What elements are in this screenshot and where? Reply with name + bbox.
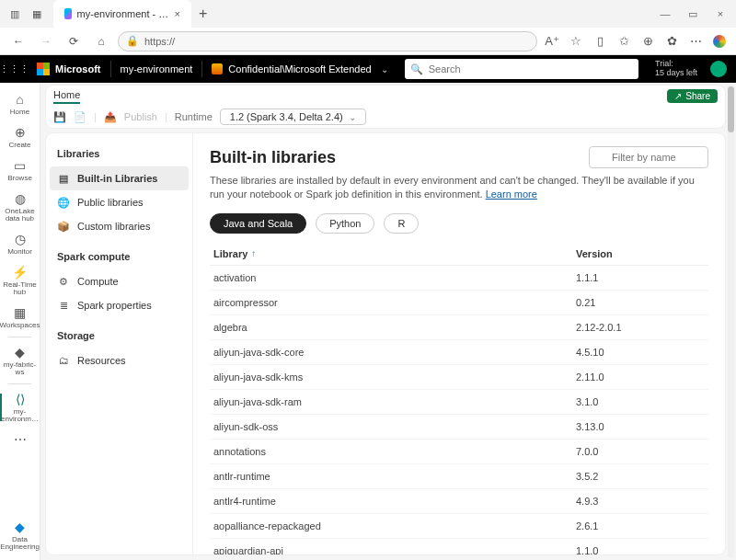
left-rail: ⌂Home ⊕Create ▭Browse ◍OneLake data hub … (0, 83, 40, 560)
nav-home[interactable]: ⌂ (90, 30, 112, 52)
table-row[interactable]: aliyun-java-sdk-ram3.1.0 (210, 390, 708, 415)
rail-my-environment[interactable]: ⟨⟩my-environm… (0, 388, 40, 427)
rail-persona[interactable]: ◆Data Engineering (0, 516, 40, 554)
cell-version: 1.1.0 (576, 545, 705, 554)
workspace-item-icon: ◆ (13, 345, 28, 360)
runtime-selector[interactable]: 1.2 (Spark 3.4, Delta 2.4) ⌄ (220, 109, 366, 125)
pill-python[interactable]: Python (316, 213, 374, 234)
microsoft-logo[interactable]: Microsoft (28, 63, 110, 75)
rail-my-fabric-ws[interactable]: ◆my-fabric-ws (0, 341, 40, 380)
more-icon[interactable]: ⋯ (686, 32, 705, 51)
chevron-down-icon: ⌄ (381, 64, 388, 74)
table-row[interactable]: apiguardian-api1.1.0 (210, 539, 708, 554)
cell-version: 3.13.0 (576, 421, 705, 432)
table-row[interactable]: activation1.1.1 (210, 266, 708, 291)
save-as-icon[interactable]: 📄 (74, 111, 86, 123)
learn-more-link[interactable]: Learn more (486, 189, 537, 200)
rail-realtime[interactable]: ⚡Real-Time hub (0, 261, 40, 300)
share-button[interactable]: ↗Share (667, 89, 718, 103)
microsoft-label: Microsoft (55, 63, 101, 74)
nav-spark-properties[interactable]: ≣Spark properties (50, 293, 189, 317)
tab-actions-icon[interactable]: ▥ (7, 6, 22, 21)
table-row[interactable]: aircompressor0.21 (210, 291, 708, 315)
resources-icon: 🗂 (57, 354, 70, 367)
nav-back[interactable]: ← (7, 30, 29, 52)
tab-title: my-environment - Synapse Data (77, 8, 169, 19)
pill-java-scala[interactable]: Java and Scala (210, 213, 306, 234)
save-icon: 💾 (53, 111, 66, 123)
table-row[interactable]: aliyun-sdk-oss3.13.0 (210, 415, 708, 440)
data-engineering-icon: ◆ (13, 520, 28, 534)
cell-version: 7.0.0 (576, 446, 705, 457)
url-box[interactable]: 🔒 https:// (118, 31, 537, 51)
window-maximize[interactable]: ▭ (681, 2, 705, 26)
global-search[interactable]: 🔍 (405, 59, 638, 79)
sensitivity-picker[interactable]: Confidential\Microsoft Extended ⌄ (202, 63, 397, 74)
url-text: https:// (144, 36, 175, 47)
table-row[interactable]: annotations7.0.0 (210, 440, 708, 464)
read-aloud-icon[interactable]: A⁺ (543, 32, 561, 51)
rail-monitor[interactable]: ◷Monitor (0, 228, 40, 259)
nav-custom-libraries[interactable]: 📦Custom libraries (50, 214, 189, 238)
table-row[interactable]: antlr-runtime3.5.2 (210, 464, 708, 489)
nav-refresh[interactable]: ⟳ (63, 30, 85, 52)
group-storage: Storage (50, 325, 189, 349)
plus-circle-icon: ⊕ (13, 125, 28, 140)
nav-compute[interactable]: ⚙Compute (50, 269, 189, 293)
nav-resources[interactable]: 🗂Resources (50, 349, 189, 372)
workspaces-icon: ▦ (13, 305, 28, 320)
col-header-version[interactable]: Version (576, 248, 705, 259)
settings-sidebar: Libraries ▤Built-in Libraries 🌐Public li… (46, 133, 193, 554)
split-screen-icon[interactable]: ▯ (591, 32, 609, 51)
favorite-icon[interactable]: ☆ (567, 32, 585, 51)
new-tab-button[interactable]: + (191, 6, 214, 22)
favorites-bar-icon[interactable]: ✩ (615, 32, 633, 51)
shield-icon (212, 63, 223, 74)
collections-icon[interactable]: ⊕ (638, 32, 657, 51)
window-close[interactable]: × (708, 2, 732, 26)
rail-more[interactable]: ⋯ (0, 429, 40, 452)
data-hub-icon: ◍ (13, 191, 28, 206)
rail-browse[interactable]: ▭Browse (0, 154, 40, 186)
table-row[interactable]: algebra2.12-2.0.1 (210, 315, 708, 340)
window-minimize[interactable]: — (653, 2, 677, 26)
search-icon: 🔍 (410, 63, 423, 75)
breadcrumb-home[interactable]: Home (53, 87, 80, 104)
copilot-icon[interactable] (710, 32, 729, 51)
rail-create[interactable]: ⊕Create (0, 121, 40, 153)
cell-version: 2.6.1 (576, 520, 705, 531)
nav-public-libraries[interactable]: 🌐Public libraries (50, 190, 189, 214)
filter-input[interactable] (589, 146, 708, 168)
table-row[interactable]: aliyun-java-sdk-kms2.11.0 (210, 365, 708, 390)
table-row[interactable]: aliyun-java-sdk-core4.5.10 (210, 340, 708, 365)
browser-tab[interactable]: my-environment - Synapse Data × (53, 0, 191, 28)
app-launcher-icon[interactable]: ⋮⋮⋮ (0, 63, 28, 75)
page-header-card: Home ↗Share 💾 📄 | 📤 Publish | Runtime 1.… (46, 86, 725, 128)
table-row[interactable]: aopalliance-repackaged2.6.1 (210, 514, 708, 539)
global-search-input[interactable] (429, 63, 633, 74)
avatar[interactable] (710, 61, 727, 77)
page-scrollbar[interactable] (728, 85, 734, 558)
group-libraries: Libraries (50, 143, 189, 166)
workspaces-tabs-icon[interactable]: ▦ (29, 6, 44, 21)
workspace-name[interactable]: my-environment (111, 63, 202, 74)
suite-bar: ⋮⋮⋮ Microsoft my-environment Confidentia… (0, 55, 736, 83)
cell-version: 3.5.2 (576, 471, 705, 482)
nav-builtin-libraries[interactable]: ▤Built-in Libraries (50, 166, 189, 190)
tab-close-icon[interactable]: × (175, 8, 180, 19)
main-panel: Built-in libraries 🔍 These libraries are… (193, 133, 725, 554)
rail-onelake[interactable]: ◍OneLake data hub (0, 188, 40, 226)
cell-library: annotations (213, 446, 576, 457)
pill-r[interactable]: R (384, 213, 419, 234)
page-scroll-thumb[interactable] (728, 86, 734, 132)
sensitivity-label: Confidential\Microsoft Extended (228, 63, 371, 74)
rail-workspaces[interactable]: ▦Workspaces (0, 302, 40, 333)
sort-asc-icon: ↑ (251, 248, 256, 258)
table-row[interactable]: antlr4-runtime4.9.3 (210, 489, 708, 514)
tab-favicon (64, 8, 72, 19)
col-header-library[interactable]: Library ↑ (213, 248, 576, 259)
extensions-icon[interactable]: ✿ (662, 32, 681, 51)
trial-status[interactable]: Trial: 15 days left (646, 60, 707, 78)
rail-home[interactable]: ⌂Home (0, 88, 40, 120)
runtime-label: Runtime (175, 111, 213, 122)
